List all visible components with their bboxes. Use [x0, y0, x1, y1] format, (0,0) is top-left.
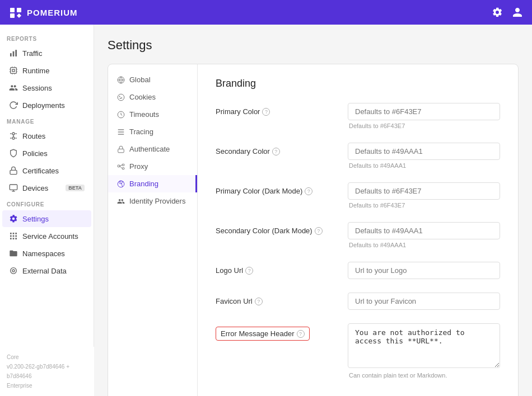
tracing-icon — [117, 128, 125, 136]
primary-color-row: Primary Color ? Defaults to #6F43E7 — [216, 103, 500, 129]
cookie-icon — [117, 93, 125, 101]
svg-point-17 — [12, 137, 15, 139]
gear-icon[interactable] — [492, 7, 503, 18]
error-message-header-label: Error Message Header ? — [216, 327, 310, 341]
sidebar-item-settings[interactable]: Settings — [2, 210, 91, 227]
error-message-textarea[interactable]: You are not authorized to access this **… — [348, 323, 500, 368]
secondary-color-info-icon[interactable]: ? — [272, 148, 280, 155]
secondary-color-dark-info-icon[interactable]: ? — [315, 227, 323, 235]
top-nav: POMERIUM — [0, 0, 532, 25]
external-data-icon — [9, 266, 18, 275]
logo-url-field — [348, 262, 500, 279]
grid-icon — [9, 232, 18, 241]
bar-chart-icon — [9, 49, 18, 58]
secondary-color-input[interactable] — [348, 143, 500, 160]
svg-point-37 — [119, 96, 120, 96]
refresh-icon — [9, 101, 18, 110]
settings-content: Branding Primary Color ? Defaults to #6F… — [198, 64, 518, 396]
svg-rect-7 — [12, 69, 15, 72]
secondary-color-row: Secondary Color ? Defaults to #49AAA1 — [216, 143, 500, 169]
svg-line-49 — [120, 166, 123, 168]
sidebar-item-runtime[interactable]: Runtime — [2, 62, 91, 79]
error-message-header-row: Error Message Header ? You are not autho… — [216, 323, 500, 379]
sidebar-item-external-data[interactable]: External Data — [2, 262, 91, 279]
sidebar-item-service-accounts[interactable]: Service Accounts — [2, 228, 91, 244]
error-message-field: You are not authorized to access this **… — [348, 323, 500, 379]
primary-color-info-icon[interactable]: ? — [262, 108, 270, 116]
settings-nav-branding[interactable]: Branding — [108, 175, 197, 192]
primary-color-dark-info-icon[interactable]: ? — [305, 187, 312, 195]
svg-rect-43 — [118, 134, 124, 134]
svg-line-48 — [120, 164, 123, 166]
user-icon[interactable] — [512, 7, 523, 18]
settings-nav-authenticate[interactable]: Authenticate — [108, 140, 197, 158]
page-title: Settings — [108, 38, 519, 53]
sidebar-item-routes[interactable]: Routes — [2, 128, 91, 144]
branding-title: Branding — [216, 78, 500, 89]
sidebar-item-certificates[interactable]: Certificates — [2, 162, 91, 179]
main-content: Settings Global Cookies Timeouts — [94, 25, 532, 396]
clock-icon — [117, 111, 125, 119]
settings-nav-identity-providers[interactable]: Identity Providers — [108, 192, 197, 210]
svg-point-32 — [11, 268, 17, 274]
users-icon — [9, 83, 18, 92]
svg-rect-6 — [11, 68, 17, 74]
favicon-url-input[interactable] — [348, 293, 500, 310]
svg-rect-41 — [118, 129, 124, 130]
svg-rect-23 — [10, 233, 12, 234]
svg-rect-27 — [13, 235, 15, 237]
sidebar-item-namespaces[interactable]: Namespaces — [2, 245, 91, 262]
secondary-color-field: Defaults to #49AAA1 — [348, 143, 500, 169]
secondary-color-hint: Defaults to #49AAA1 — [348, 162, 500, 169]
sidebar-item-policies[interactable]: Policies — [2, 145, 91, 162]
manage-section-label: MANAGE — [0, 114, 94, 127]
logo-url-input[interactable] — [348, 262, 500, 279]
settings-nav-cookies[interactable]: Cookies — [108, 88, 197, 106]
logo-url-info-icon[interactable]: ? — [245, 267, 253, 275]
primary-color-dark-row: Primary Color (Dark Mode) ? Defaults to … — [216, 182, 500, 209]
settings-nav-proxy[interactable]: Proxy — [108, 158, 197, 175]
sidebar-item-devices[interactable]: Devices BETA — [2, 180, 91, 196]
folder-icon — [9, 249, 18, 258]
route-icon — [9, 131, 18, 140]
nav-icons — [492, 7, 523, 18]
globe-icon — [117, 76, 125, 84]
svg-point-16 — [12, 133, 15, 135]
svg-rect-42 — [118, 131, 124, 132]
svg-rect-1 — [17, 8, 21, 12]
favicon-url-info-icon[interactable]: ? — [255, 298, 263, 305]
proxy-icon — [117, 163, 125, 171]
secondary-color-dark-field: Defaults to #49AAA1 — [348, 222, 500, 248]
sidebar-item-traffic[interactable]: Traffic — [2, 45, 91, 62]
logo-icon — [9, 6, 22, 19]
settings-nav-tracing[interactable]: Tracing — [108, 123, 197, 140]
sidebar: REPORTS Traffic Runtime Sessions Deploym… — [0, 25, 94, 396]
svg-rect-0 — [10, 8, 15, 12]
secondary-color-label: Secondary Color ? — [216, 143, 339, 155]
logo: POMERIUM — [9, 6, 78, 19]
reports-section-label: REPORTS — [0, 31, 94, 44]
svg-rect-24 — [13, 233, 15, 234]
primary-color-input[interactable] — [348, 103, 500, 120]
settings-nav-global[interactable]: Global — [108, 71, 197, 88]
sidebar-item-deployments[interactable]: Deployments — [2, 97, 91, 114]
svg-rect-28 — [15, 235, 17, 237]
svg-rect-5 — [15, 50, 17, 56]
svg-point-39 — [120, 98, 120, 98]
primary-color-field: Defaults to #6F43E7 — [348, 103, 500, 129]
cpu-icon — [9, 66, 18, 75]
settings-nav-timeouts[interactable]: Timeouts — [108, 106, 197, 123]
primary-color-label: Primary Color ? — [216, 103, 339, 116]
primary-color-dark-input[interactable] — [348, 182, 500, 200]
lock-icon — [9, 166, 18, 175]
settings-nav: Global Cookies Timeouts Tracing Authenti… — [108, 64, 198, 396]
favicon-url-label: Favicon Url ? — [216, 293, 339, 305]
app-layout: REPORTS Traffic Runtime Sessions Deploym… — [0, 25, 532, 396]
error-message-info-icon[interactable]: ? — [297, 330, 305, 338]
svg-rect-20 — [10, 185, 17, 190]
sidebar-item-sessions[interactable]: Sessions — [2, 79, 91, 96]
secondary-color-dark-input[interactable] — [348, 222, 500, 239]
error-message-header-label-container: Error Message Header ? — [216, 323, 339, 342]
logo-text: POMERIUM — [27, 8, 78, 17]
primary-color-dark-hint: Defaults to #6F43E7 — [348, 202, 500, 209]
